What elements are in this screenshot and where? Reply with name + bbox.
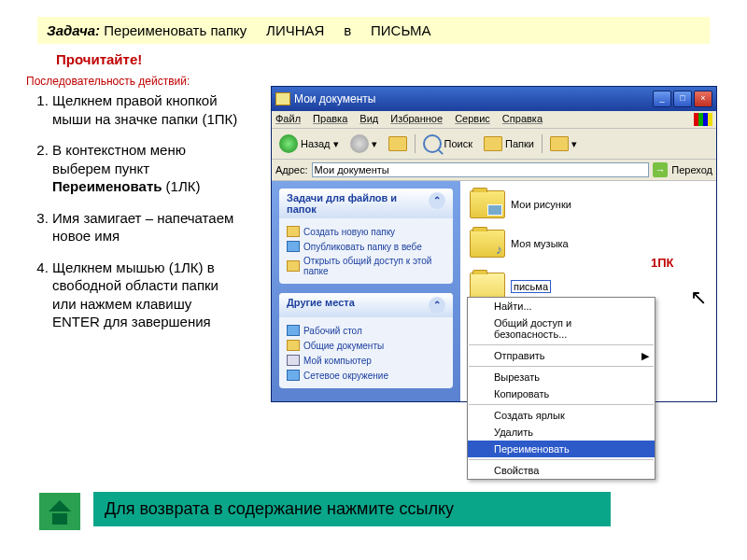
share-icon — [287, 260, 300, 272]
ctx-shortcut[interactable]: Создать ярлык — [468, 407, 655, 424]
go-label: Переход — [671, 164, 712, 175]
ctx-send-to[interactable]: Отправить▶ — [468, 347, 655, 364]
side-panel: Задачи для файлов и папок⌃ Создать новую… — [272, 181, 460, 401]
back-icon — [279, 134, 298, 153]
views-icon — [550, 136, 569, 151]
search-button[interactable]: Поиск — [419, 133, 476, 155]
task-mid: в — [344, 22, 351, 38]
place-my-computer[interactable]: Мой компьютер — [287, 353, 445, 368]
address-input[interactable] — [312, 162, 650, 177]
sequence-label: Последовательность действий: — [26, 75, 243, 88]
menu-edit[interactable]: Правка — [313, 113, 347, 124]
step-2: В контекстном меню выберем пункт Переиме… — [52, 141, 239, 196]
forward-icon — [350, 134, 369, 153]
steps-list: Щелкнем правой кнопкой мыши на значке па… — [34, 91, 239, 331]
return-link[interactable]: Для возврата в содержание нажмите ссылку — [93, 492, 611, 526]
ctx-cut[interactable]: Вырезать — [468, 369, 655, 385]
submenu-arrow-icon: ▶ — [641, 350, 649, 362]
places-header[interactable]: Другие места⌃ — [279, 293, 453, 317]
folder-icon — [287, 340, 300, 351]
task-link-new-folder[interactable]: Создать новую папку — [287, 224, 445, 239]
network-icon — [287, 370, 300, 381]
ctx-properties[interactable]: Свойства — [468, 462, 655, 479]
ctx-sharing[interactable]: Общий доступ и безопасность... — [468, 315, 655, 343]
window-title: Мои документы — [294, 92, 653, 105]
views-button[interactable]: ▾ — [546, 134, 581, 153]
maximize-button[interactable]: □ — [673, 91, 692, 107]
tasks-header[interactable]: Задачи для файлов и папок⌃ — [279, 189, 453, 218]
up-folder-icon — [388, 136, 407, 151]
read-heading: Прочитайте! — [56, 51, 243, 67]
rename-input[interactable]: письма — [511, 280, 551, 293]
address-bar: Адрес: → Переход — [272, 160, 716, 181]
places-box: Другие места⌃ Рабочий стол Общие докумен… — [279, 293, 453, 388]
task-text: Переименовать папку — [104, 22, 247, 38]
folders-icon — [484, 136, 502, 151]
menu-file[interactable]: Файл — [275, 113, 301, 124]
menu-help[interactable]: Справка — [502, 113, 543, 124]
chevron-up-icon: ⌃ — [429, 297, 445, 314]
windows-flag-icon — [694, 113, 712, 126]
menu-view[interactable]: Вид — [359, 113, 378, 124]
step-3: Имя замигает – напечатаем новое имя — [52, 209, 239, 245]
address-label: Адрес: — [275, 164, 308, 175]
home-button[interactable] — [39, 493, 80, 530]
step-4: Щелкнем мышью (1ЛК) в свободной области … — [52, 259, 239, 331]
ctx-delete[interactable]: Удалить — [468, 424, 655, 441]
forward-button[interactable]: ▾ — [346, 133, 381, 155]
folder-my-music[interactable]: Моя музыка — [470, 230, 707, 258]
task-banner: Задача: Переименовать папку ЛИЧНАЯ в ПИС… — [37, 17, 710, 44]
click-marker: 1ПК — [651, 256, 674, 270]
task-label: Задача: — [47, 22, 100, 38]
chevron-up-icon: ⌃ — [429, 192, 445, 209]
context-menu: Найти... Общий доступ и безопасность... … — [467, 297, 655, 480]
menus: Файл Правка Вид Избранное Сервис Справка — [275, 113, 552, 126]
step-1: Щелкнем правой кнопкой мыши на значке па… — [52, 91, 239, 128]
computer-icon — [287, 355, 300, 366]
task-link-publish[interactable]: Опубликовать папку в вебе — [287, 239, 445, 254]
back-button[interactable]: Назад ▾ — [275, 133, 343, 155]
menubar: Файл Правка Вид Избранное Сервис Справка — [272, 111, 716, 129]
place-shared-docs[interactable]: Общие документы — [287, 338, 445, 353]
go-button[interactable]: → — [653, 162, 668, 177]
menu-tools[interactable]: Сервис — [455, 113, 490, 124]
ctx-rename[interactable]: Переименовать — [468, 441, 655, 457]
titlebar[interactable]: Мои документы _ □ × — [272, 87, 716, 111]
folder-icon — [275, 92, 290, 105]
place-network[interactable]: Сетевое окружение — [287, 368, 445, 383]
place-desktop[interactable]: Рабочий стол — [287, 323, 445, 338]
cursor-icon: ↖ — [690, 286, 707, 310]
pictures-folder-icon — [470, 190, 505, 218]
task-link-share[interactable]: Открыть общий доступ к этой папке — [287, 254, 445, 278]
globe-icon — [287, 241, 300, 252]
search-icon — [423, 134, 442, 153]
ctx-copy[interactable]: Копировать — [468, 385, 655, 402]
menu-favorites[interactable]: Избранное — [390, 113, 443, 124]
close-button[interactable]: × — [694, 91, 712, 107]
folder-icon — [287, 226, 300, 237]
ctx-find[interactable]: Найти... — [468, 298, 655, 315]
folder-my-pictures[interactable]: Мои рисунки — [470, 190, 707, 218]
desktop-icon — [287, 325, 300, 336]
tasks-box: Задачи для файлов и папок⌃ Создать новую… — [279, 189, 453, 284]
music-folder-icon — [470, 230, 505, 258]
up-button[interactable] — [385, 134, 411, 153]
task-from: ЛИЧНАЯ — [266, 22, 324, 38]
minimize-button[interactable]: _ — [653, 91, 671, 107]
task-to: ПИСЬМА — [371, 22, 430, 38]
toolbar: Назад ▾ ▾ Поиск Папки ▾ — [272, 129, 716, 160]
folders-button[interactable]: Папки — [480, 134, 538, 153]
